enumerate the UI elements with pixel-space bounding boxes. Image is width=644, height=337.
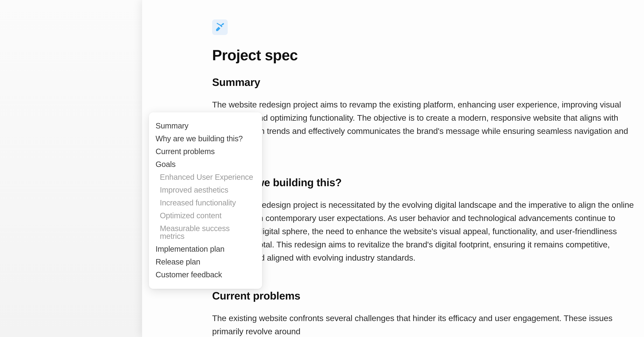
document-icon-badge[interactable] (212, 19, 228, 35)
desktop-background (0, 0, 142, 337)
toc-item-optimized-content[interactable]: Optimized content (156, 209, 256, 222)
section-body-summary[interactable]: The website redesign project aims to rev… (212, 98, 636, 151)
section-heading-summary: Summary (212, 76, 636, 88)
toc-item-summary[interactable]: Summary (156, 119, 256, 132)
section-body-why[interactable]: The website redesign project is necessit… (212, 198, 636, 265)
toc-item-enhanced-ux[interactable]: Enhanced User Experience (156, 171, 256, 183)
document-content: Project spec Summary The website redesig… (212, 19, 636, 337)
toc-item-release-plan[interactable]: Release plan (156, 255, 256, 268)
toc-item-why[interactable]: Why are we building this? (156, 132, 256, 145)
table-of-contents-popover: Summary Why are we building this? Curren… (149, 112, 262, 289)
section-heading-why: Why are we building this? (212, 176, 636, 189)
toc-item-goals[interactable]: Goals (156, 158, 256, 171)
toc-item-increased-functionality[interactable]: Increased functionality (156, 196, 256, 209)
svg-rect-1 (216, 23, 221, 26)
toc-item-customer-feedback[interactable]: Customer feedback (156, 268, 256, 281)
toc-item-implementation-plan[interactable]: Implementation plan (156, 243, 256, 255)
toc-item-improved-aesthetics[interactable]: Improved aesthetics (156, 183, 256, 196)
section-heading-problems: Current problems (212, 290, 636, 302)
page-title: Project spec (212, 47, 636, 63)
section-body-problems[interactable]: The existing website confronts several c… (212, 312, 636, 337)
design-tools-icon (215, 22, 225, 32)
toc-item-measurable-metrics[interactable]: Measurable success metrics (156, 222, 256, 243)
toc-item-problems[interactable]: Current problems (156, 145, 256, 158)
